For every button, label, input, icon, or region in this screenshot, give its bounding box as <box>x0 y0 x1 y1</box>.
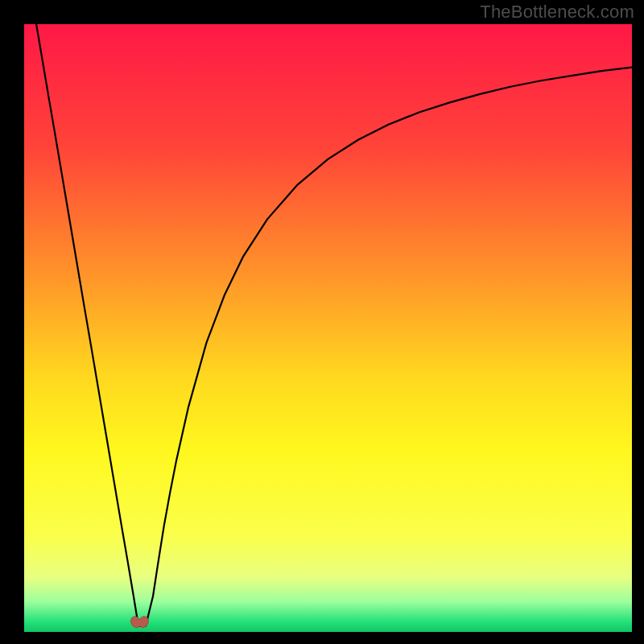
plot-area <box>24 24 632 632</box>
chart-frame: TheBottleneck.com <box>0 0 644 644</box>
gradient-background <box>24 24 632 632</box>
bottleneck-chart <box>24 24 632 632</box>
watermark-text: TheBottleneck.com <box>480 2 634 23</box>
